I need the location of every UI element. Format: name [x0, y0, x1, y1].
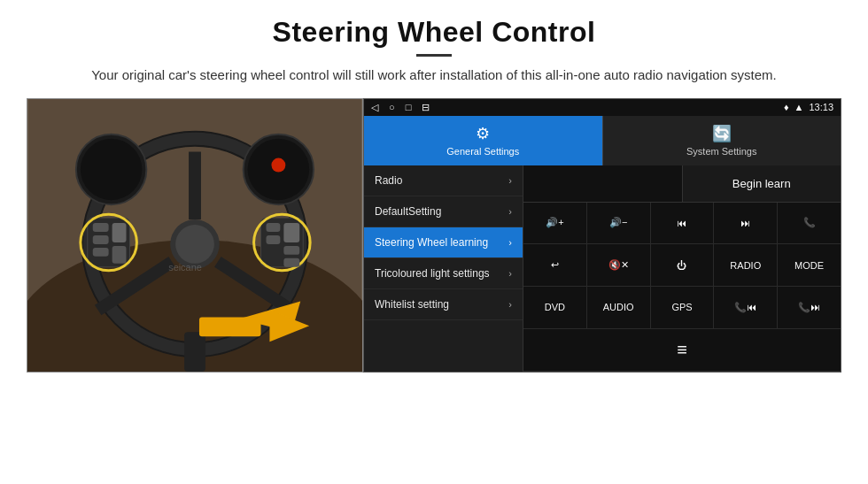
menu-item-steering-label: Steering Wheel learning [375, 236, 508, 249]
svg-rect-21 [283, 223, 299, 242]
svg-rect-18 [112, 245, 127, 263]
svg-rect-20 [266, 235, 280, 244]
status-bar: ◁ ○ □ ⊟ ♦ ▲ 13:13 [364, 99, 841, 116]
system-settings-icon: 🔄 [712, 124, 732, 143]
ctrl-dvd[interactable]: DVD [523, 287, 587, 328]
tab-system-label: System Settings [686, 146, 756, 157]
content-row: seicane ◁ ○ □ ⊟ ♦ ▲ 13:13 [27, 98, 841, 373]
ctrl-row-3: DVD AUDIO GPS 📞⏮ 📞⏭ [523, 287, 841, 329]
gps-label: GPS [671, 302, 692, 312]
chevron-icon: › [508, 237, 512, 248]
general-settings-icon: ⚙ [476, 124, 490, 143]
ctrl-next-track[interactable]: ⏭ [714, 203, 778, 244]
status-right: ♦ ▲ 13:13 [784, 102, 833, 112]
menu-item-whitelist-label: Whitelist setting [375, 298, 508, 311]
menu-item-tricoloured[interactable]: Tricoloured light settings › [364, 258, 523, 289]
car-image-area: seicane [27, 98, 363, 373]
tel-next-icon: 📞⏭ [798, 302, 820, 313]
ctrl-row-4: ≡ [523, 329, 841, 372]
hook-icon: ↩ [551, 259, 559, 271]
android-screen: ◁ ○ □ ⊟ ♦ ▲ 13:13 ⚙ General Settings [363, 98, 841, 373]
svg-point-6 [175, 225, 214, 264]
dvd-label: DVD [545, 302, 565, 312]
chevron-icon: › [508, 268, 512, 279]
ctrl-tel-next[interactable]: 📞⏭ [778, 287, 841, 328]
vol-up-icon: 🔊+ [546, 217, 563, 228]
ctrl-gps[interactable]: GPS [651, 287, 715, 328]
radio-label: RADIO [730, 260, 761, 271]
tab-bar: ⚙ General Settings 🔄 System Settings [364, 116, 841, 165]
ctrl-menu[interactable]: ≡ [523, 329, 841, 371]
ctrl-vol-down[interactable]: 🔊− [587, 203, 651, 244]
ctrl-power[interactable]: ⏻ [651, 244, 715, 286]
ctrl-audio[interactable]: AUDIO [587, 287, 651, 328]
svg-rect-17 [112, 223, 127, 242]
svg-text:seicane: seicane [168, 261, 202, 272]
menu-item-radio-label: Radio [375, 174, 508, 187]
tel-prev-icon: 📞⏮ [734, 302, 756, 313]
ctrl-call[interactable]: 📞 [778, 203, 841, 244]
svg-rect-16 [93, 247, 109, 256]
svg-point-25 [81, 138, 143, 200]
menu-item-steering[interactable]: Steering Wheel learning › [364, 227, 523, 258]
mode-label: MODE [794, 260, 824, 271]
clock: 13:13 [809, 102, 833, 112]
menu-item-tricoloured-label: Tricoloured light settings [375, 267, 508, 280]
menu-item-default[interactable]: DefaultSetting › [364, 196, 523, 227]
vol-down-icon: 🔊− [609, 217, 627, 228]
chevron-icon: › [508, 175, 512, 186]
ctrl-row-1: 🔊+ 🔊− ⏮ ⏭ 📞 [523, 203, 841, 245]
nav-icons: ◁ ○ □ ⊟ [371, 102, 430, 113]
mute-icon: 🔇✕ [608, 259, 629, 271]
right-panel: Begin learn 🔊+ 🔊− ⏮ [523, 165, 841, 372]
screenshot-icon[interactable]: ⊟ [422, 102, 430, 113]
ctrl-row-2: ↩ 🔇✕ ⏻ RADIO MODE [523, 244, 841, 287]
prev-track-icon: ⏮ [677, 218, 686, 228]
subtitle: Your original car's steering wheel contr… [89, 65, 779, 86]
svg-rect-4 [184, 332, 205, 372]
signal-icon: ▲ [794, 102, 804, 112]
ctrl-tel-prev[interactable]: 📞⏮ [714, 287, 778, 328]
svg-rect-23 [283, 257, 299, 266]
ctrl-mode[interactable]: MODE [778, 244, 841, 286]
call-icon: 📞 [803, 217, 816, 228]
title-section: Steering Wheel Control Your original car… [27, 16, 841, 86]
ctrl-vol-up[interactable]: 🔊+ [523, 203, 587, 244]
back-icon[interactable]: ◁ [371, 102, 378, 113]
tab-general-label: General Settings [446, 146, 519, 157]
ctrl-mute[interactable]: 🔇✕ [587, 244, 651, 286]
location-icon: ♦ [784, 102, 789, 112]
ctrl-radio[interactable]: RADIO [714, 244, 778, 286]
tab-system[interactable]: 🔄 System Settings [602, 116, 841, 165]
menu-area: Radio › DefaultSetting › Steering Wheel … [364, 165, 841, 372]
chevron-icon: › [508, 299, 512, 310]
chevron-icon: › [508, 206, 512, 217]
begin-learn-row: Begin learn [523, 165, 841, 203]
svg-rect-22 [283, 245, 299, 254]
recents-icon[interactable]: □ [406, 102, 412, 112]
menu-item-whitelist[interactable]: Whitelist setting › [364, 289, 523, 320]
ctrl-hook[interactable]: ↩ [523, 244, 587, 286]
next-track-icon: ⏭ [740, 218, 750, 228]
menu-item-default-label: DefaultSetting [375, 205, 508, 218]
empty-cell [523, 165, 683, 202]
menu-icon: ≡ [677, 340, 687, 360]
page-wrapper: Steering Wheel Control Your original car… [0, 0, 868, 381]
audio-label: AUDIO [603, 302, 634, 312]
svg-rect-14 [93, 223, 109, 232]
svg-point-28 [271, 157, 285, 172]
begin-learn-button[interactable]: Begin learn [683, 165, 841, 202]
title-divider [416, 54, 452, 57]
svg-rect-19 [266, 223, 280, 232]
page-title: Steering Wheel Control [27, 16, 841, 49]
menu-item-radio[interactable]: Radio › [364, 165, 523, 196]
svg-rect-30 [199, 317, 261, 336]
power-icon: ⏻ [677, 260, 686, 271]
ctrl-prev-track[interactable]: ⏮ [651, 203, 715, 244]
tab-general[interactable]: ⚙ General Settings [364, 116, 602, 165]
menu-list: Radio › DefaultSetting › Steering Wheel … [364, 165, 523, 372]
svg-rect-15 [93, 235, 109, 244]
home-icon[interactable]: ○ [389, 102, 395, 112]
